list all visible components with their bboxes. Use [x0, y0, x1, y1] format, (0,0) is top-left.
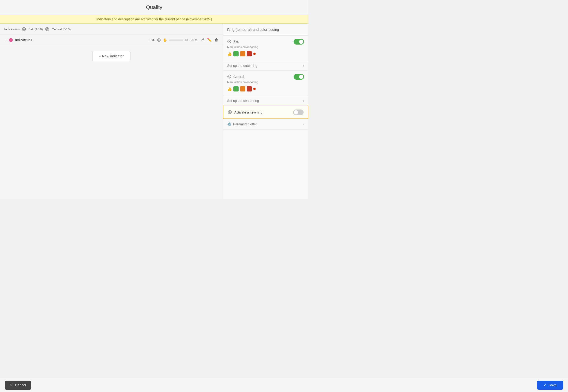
svg-point-3 — [46, 28, 48, 30]
activate-ring-text: Activate a new ring — [234, 111, 262, 114]
indicator-color-dot — [9, 38, 13, 42]
param-letter-text: Parameter letter — [233, 122, 257, 126]
central-color-swatches: 👍 — [227, 86, 304, 91]
activate-ring-wrapper: Activate a new ring — [223, 106, 308, 119]
gear-icon: ⚙️ — [227, 122, 231, 126]
central-thumb-icon: 👍 — [227, 87, 232, 91]
central-section-top: Central — [227, 74, 304, 80]
page-title: Quality — [4, 4, 304, 10]
new-indicator-button[interactable]: + New indicator — [92, 51, 131, 61]
ext-swatch-red[interactable] — [247, 51, 252, 56]
central-toggle[interactable] — [294, 74, 304, 80]
central-section-label: Central — [233, 75, 244, 79]
center-ring-link-text: Set up the center ring — [227, 99, 259, 103]
ext-swatch-orange[interactable] — [240, 51, 245, 56]
activate-ring-toggle[interactable] — [293, 110, 304, 115]
svg-point-13 — [229, 112, 231, 113]
svg-point-1 — [23, 28, 25, 30]
central-swatch-green[interactable] — [233, 86, 239, 91]
action-icons: ⎇ ✏️ 🗑 — [200, 38, 218, 42]
central-count-label: Central (0/10) — [52, 28, 71, 31]
ext-swatch-dot — [253, 53, 256, 55]
central-sublabel: Manual box color-coding — [227, 81, 304, 84]
drag-handle-icon[interactable]: ⠿ — [4, 38, 7, 42]
outer-ring-chevron-icon: › — [303, 64, 304, 68]
indicator-row: ⠿ Indicateur 1 Ext. ✋ 13 - 20 te ⎇ — [0, 35, 223, 45]
outer-ring-link[interactable]: Set up the outer ring › — [223, 61, 308, 71]
ext-ring-icon — [22, 27, 26, 31]
ext-color-swatches: 👍 — [227, 51, 304, 56]
ext-section-label: Ext. — [233, 40, 239, 44]
ext-swatch-green[interactable] — [233, 51, 239, 56]
slider-area: 13 - 20 te — [169, 38, 198, 42]
indicator-name: Indicateur 1 — [15, 38, 147, 42]
svg-point-2 — [45, 28, 49, 31]
main-layout: Indicators - Ext. (1/10) Central (0/10) … — [0, 24, 308, 199]
param-letter-left: ⚙️ Parameter letter — [227, 122, 257, 126]
central-label-group: Central — [227, 74, 244, 79]
param-letter-chevron-icon: › — [303, 122, 304, 126]
ext-section-ring-icon — [227, 39, 232, 44]
ext-count-label: Ext. (1/10) — [29, 28, 43, 31]
central-ring-icon — [45, 27, 49, 31]
activate-ring-section: Activate a new ring — [223, 106, 308, 119]
ext-section: Ext. Manual box color-coding 👍 — [223, 36, 308, 61]
central-section: Central Manual box color-coding 👍 — [223, 71, 308, 96]
edit-icon[interactable]: ✏️ — [207, 38, 212, 42]
center-ring-link[interactable]: Set up the center ring › — [223, 96, 308, 106]
activate-ring-toggle-slider — [293, 110, 304, 115]
ext-badge: Ext. — [150, 38, 155, 42]
indicators-label: Indicators - — [4, 28, 19, 31]
center-ring-chevron-icon: › — [303, 99, 304, 103]
right-panel: Ring (temporal) and color-coding Ext. — [223, 24, 308, 199]
range-label: 13 - 20 te — [185, 38, 198, 42]
indicator-meta: Ext. ✋ 13 - 20 te — [150, 38, 198, 42]
ext-sublabel: Manual box color-coding — [227, 45, 304, 49]
central-swatch-dot — [253, 88, 256, 90]
svg-point-9 — [229, 76, 230, 77]
param-letter-section[interactable]: ⚙️ Parameter letter › — [223, 119, 308, 130]
outer-ring-link-text: Set up the outer ring — [227, 64, 257, 68]
svg-point-7 — [229, 41, 230, 42]
hierarchy-icon[interactable]: ⎇ — [200, 38, 204, 42]
ext-toggle[interactable] — [294, 39, 304, 44]
activate-ring-icon — [228, 110, 232, 115]
ext-thumb-icon: 👍 — [227, 52, 232, 56]
delete-icon[interactable]: 🗑 — [215, 38, 218, 42]
header: Quality — [0, 0, 308, 15]
ext-label-group: Ext. — [227, 39, 239, 44]
activate-ring-label-group: Activate a new ring — [228, 110, 262, 115]
ext-toggle-slider — [294, 39, 304, 44]
indicator-ring-icon — [157, 38, 161, 42]
right-panel-title: Ring (temporal) and color-coding — [223, 24, 308, 36]
svg-point-8 — [228, 75, 231, 78]
indicators-header: Indicators - Ext. (1/10) Central (0/10) — [0, 24, 223, 35]
central-swatch-red[interactable] — [247, 86, 252, 91]
central-section-ring-icon — [227, 74, 232, 79]
archive-banner: Indicators and description are archived … — [0, 15, 308, 24]
central-swatch-orange[interactable] — [240, 86, 245, 91]
svg-point-5 — [158, 39, 159, 41]
mini-slider[interactable] — [169, 40, 183, 41]
ext-section-top: Ext. — [227, 39, 304, 44]
central-toggle-slider — [294, 74, 304, 80]
left-panel: Indicators - Ext. (1/10) Central (0/10) … — [0, 24, 223, 199]
hand-icon: ✋ — [163, 38, 167, 42]
banner-text: Indicators and description are archived … — [96, 17, 212, 21]
